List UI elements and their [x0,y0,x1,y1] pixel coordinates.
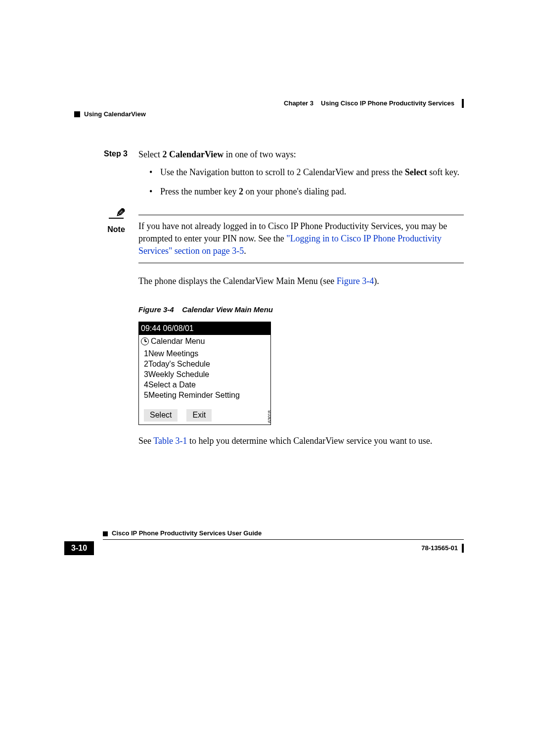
document-number: 78-13565-01 [421,544,464,553]
step-intro-bold: 2 CalendarView [162,149,223,159]
chapter-title: Using Cisco IP Phone Productivity Servic… [321,99,454,108]
square-marker-icon [103,531,108,536]
footer-bar-icon [462,544,464,553]
pencil-icon [109,209,124,219]
exit-softkey: Exit [186,409,212,421]
figure-caption: Figure 3-4 Calendar View Main Menu [138,304,464,315]
section-title: Using CalendarView [84,110,146,119]
page-content: Chapter 3 Using Cisco IP Phone Productiv… [74,99,464,447]
bullet-list: Use the Navigation button to scroll to 2… [149,166,464,198]
section-header: Using CalendarView [74,110,464,119]
step-label: Step 3 [104,148,129,205]
list-item: Press the number key 2 on your phone's d… [149,186,464,198]
menu-item: 5Meeting Reminder Setting [144,390,267,401]
page-footer: Cisco IP Phone Productivity Services Use… [64,529,464,555]
phone-screen-figure: 09:44 06/08/01 Calendar Menu 1New Meetin… [138,322,464,425]
chapter-label: Chapter 3 [284,99,313,108]
screen-menu-items: 1New Meetings 2Today's Schedule 3Weekly … [139,348,270,401]
menu-item: 1New Meetings [144,349,267,359]
list-item: Use the Navigation button to scroll to 2… [149,166,464,179]
note-block: Note If you have not already logged in t… [104,215,464,263]
body-content: Step 3 Select 2 CalendarView in one of t… [104,148,464,447]
page-number: 3-10 [64,541,94,555]
menu-item: 4Select a Date [144,380,267,390]
select-softkey: Select [144,409,178,421]
header-bar-icon [462,99,464,108]
square-marker-icon [74,111,80,117]
note-body: If you have not already logged in to Cis… [138,215,464,263]
step-block: Step 3 Select 2 CalendarView in one of t… [104,148,464,205]
menu-item: 2Today's Schedule [144,359,267,370]
step-body: Select 2 CalendarView in one of two ways… [138,148,464,205]
paragraph: See Table 3-1 to help you determine whic… [138,435,464,447]
step-intro-pre: Select [138,149,162,159]
running-header: Chapter 3 Using Cisco IP Phone Productiv… [74,99,464,108]
screen-timestamp: 09:44 06/08/01 [139,322,270,335]
screen-softkeys: Select Exit [139,407,270,424]
figure-link[interactable]: Figure 3-4 [337,276,374,286]
step-intro-post: in one of two ways: [223,149,296,159]
screen-box: 09:44 06/08/01 Calendar Menu 1New Meetin… [138,322,271,425]
footer-title: Cisco IP Phone Productivity Services Use… [103,529,464,539]
table-link[interactable]: Table 3-1 [153,436,187,446]
menu-item: 3Weekly Schedule [144,370,267,380]
clock-icon [141,337,149,345]
figure-id: 63018 [267,418,273,423]
screen-menu-header: Calendar Menu [139,335,270,348]
note-label: Note [104,224,129,235]
paragraph: The phone displays the CalendarView Main… [138,275,464,287]
